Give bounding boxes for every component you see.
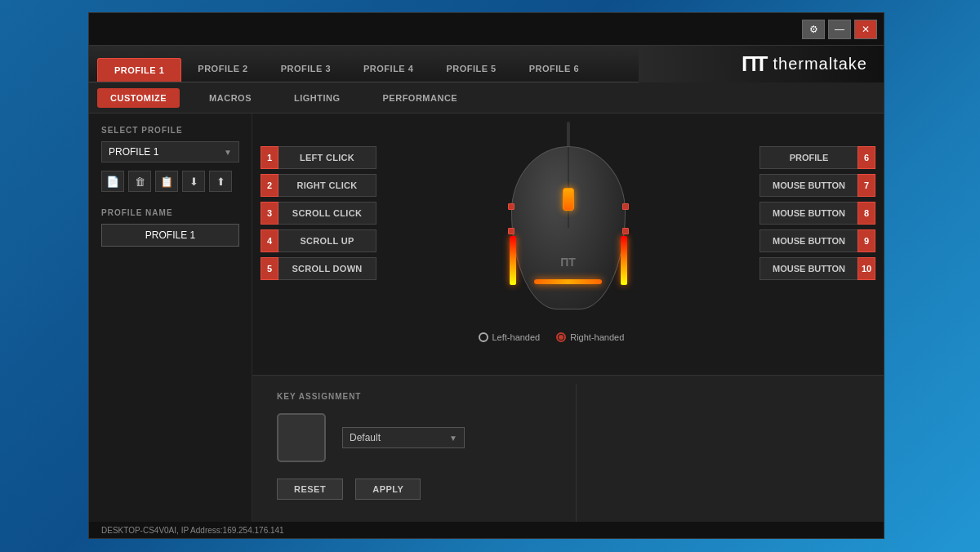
reset-button[interactable]: RESET — [277, 479, 343, 500]
sub-tab-lighting[interactable]: LIGHTING — [281, 88, 354, 108]
right-button-row-9: MOUSE BUTTON 9 — [760, 229, 875, 252]
side-dot-right-top — [622, 203, 629, 210]
bottom-buttons: RESET APPLY — [277, 479, 551, 500]
key-box — [277, 413, 326, 462]
button-number-2: 2 — [261, 174, 278, 197]
profile-name-input[interactable] — [101, 224, 239, 247]
sub-tab-macros[interactable]: MACROS — [196, 88, 265, 108]
status-text: DESKTOP-CS4V0AI, IP Address:169.254.176.… — [101, 526, 284, 535]
export-profile-btn[interactable]: ⬆ — [209, 171, 232, 192]
side-dot-left-top — [508, 203, 514, 210]
mouse-rgb-left — [510, 236, 516, 285]
assignment-dropdown[interactable]: Default ▼ — [342, 427, 465, 448]
profile-name-label: PROFILE NAME — [101, 208, 239, 217]
main-content: SELECT PROFILE PROFILE 1 ▼ 📄 🗑 📋 ⬇ ⬆ PRO… — [89, 114, 884, 538]
minimize-button[interactable]: — — [828, 20, 851, 39]
assignment-right-section: Default ▼ — [342, 427, 465, 448]
profile-tab-1[interactable]: PROFILE 1 — [97, 58, 181, 82]
profile-dropdown-value: PROFILE 1 — [109, 146, 158, 158]
brand-area: ПТ thermaltake — [639, 46, 884, 82]
right-button-row-7: MOUSE BUTTON 7 — [760, 174, 875, 197]
brand-icon: ПТ — [742, 51, 767, 77]
mouse-scroll — [563, 188, 574, 211]
profile-tab-5[interactable]: PROFILE 5 — [430, 57, 512, 82]
delete-profile-btn[interactable]: 🗑 — [128, 171, 151, 192]
left-handed-label: Left-handed — [492, 332, 541, 342]
assignment-content: Default ▼ — [277, 413, 551, 462]
right-button-number-7: 7 — [858, 174, 875, 197]
right-handed-radio[interactable]: Right-handed — [556, 332, 624, 342]
assignment-right — [577, 376, 884, 538]
dropdown-arrow-icon: ▼ — [224, 148, 232, 157]
assignment-left: KEY ASSIGNMENT Default ▼ RESET APPLY — [252, 376, 576, 538]
import-profile-btn[interactable]: ⬇ — [182, 171, 205, 192]
sub-tabs: CUSTOMIZE MACROS LIGHTING PERFORMANCE — [89, 82, 884, 114]
profile-dropdown[interactable]: PROFILE 1 ▼ — [101, 141, 239, 162]
sub-tab-performance[interactable]: PERFORMANCE — [370, 88, 471, 108]
right-buttons: PROFILE 6 MOUSE BUTTON 7 MOUSE BUTTON 8 … — [760, 146, 875, 334]
right-button-row-8: MOUSE BUTTON 8 — [760, 202, 875, 225]
button-row-2: 2 RIGHT CLICK — [261, 174, 376, 197]
select-profile-label: SELECT PROFILE — [101, 126, 239, 135]
left-buttons: 1 LEFT CLICK 2 RIGHT CLICK 3 SCROLL CLIC… — [261, 146, 376, 334]
close-button[interactable]: ✕ — [854, 20, 877, 39]
brand-logo: ПТ thermaltake — [742, 51, 867, 77]
right-handed-label: Right-handed — [570, 332, 624, 342]
left-panel: SELECT PROFILE PROFILE 1 ▼ 📄 🗑 📋 ⬇ ⬆ PRO… — [89, 114, 252, 538]
mouse-body: ПТ — [511, 146, 626, 309]
mouse-rgb-right — [621, 236, 627, 285]
button-number-3: 3 — [261, 202, 278, 225]
left-handed-circle — [479, 332, 488, 342]
right-button-label-6[interactable]: PROFILE — [760, 146, 858, 169]
new-profile-btn[interactable]: 📄 — [101, 171, 124, 192]
right-handed-circle — [556, 332, 566, 342]
button-label-5[interactable]: SCROLL DOWN — [278, 257, 376, 280]
button-row-3: 3 SCROLL CLICK — [261, 202, 376, 225]
button-label-2[interactable]: RIGHT CLICK — [278, 174, 376, 197]
right-button-number-9: 9 — [858, 229, 875, 252]
mouse-container: ПТ Left-handed — [487, 122, 650, 334]
button-number-5: 5 — [261, 257, 278, 280]
app-window: ⚙ — ✕ ПТ thermaltake PROFILE 1 PROFILE 2… — [88, 12, 884, 539]
settings-button[interactable]: ⚙ — [802, 20, 825, 39]
right-button-row-10: MOUSE BUTTON 10 — [760, 257, 875, 280]
button-row-1: 1 LEFT CLICK — [261, 146, 376, 169]
right-button-label-7[interactable]: MOUSE BUTTON — [760, 174, 858, 197]
right-button-number-10: 10 — [858, 257, 875, 280]
side-dot-left-mid — [508, 228, 514, 234]
assignment-dropdown-arrow-icon: ▼ — [449, 434, 457, 443]
sub-tab-customize[interactable]: CUSTOMIZE — [97, 88, 180, 108]
right-button-row-6: PROFILE 6 — [760, 146, 875, 169]
left-handed-radio[interactable]: Left-handed — [479, 332, 541, 342]
button-label-3[interactable]: SCROLL CLICK — [278, 202, 376, 225]
brand-name: thermaltake — [773, 55, 868, 73]
right-button-label-10[interactable]: MOUSE BUTTON — [760, 257, 858, 280]
copy-profile-btn[interactable]: 📋 — [155, 171, 178, 192]
profile-tab-3[interactable]: PROFILE 3 — [265, 57, 347, 82]
apply-button[interactable]: APPLY — [355, 479, 421, 500]
button-label-4[interactable]: SCROLL UP — [278, 229, 376, 252]
profile-tab-4[interactable]: PROFILE 4 — [347, 57, 430, 82]
profile-actions: 📄 🗑 📋 ⬇ ⬆ — [101, 171, 239, 192]
key-assignment-label: KEY ASSIGNMENT — [277, 392, 551, 401]
right-button-number-6: 6 — [858, 146, 875, 169]
profile-tab-6[interactable]: PROFILE 6 — [513, 57, 595, 82]
button-label-1[interactable]: LEFT CLICK — [278, 146, 376, 169]
right-button-number-8: 8 — [858, 202, 875, 225]
mouse-rgb-bottom — [534, 279, 602, 284]
title-bar: ⚙ — ✕ — [89, 13, 884, 46]
side-dot-right-mid — [622, 228, 629, 234]
buttons-area: 1 LEFT CLICK 2 RIGHT CLICK 3 SCROLL CLIC… — [252, 114, 884, 334]
assignment-dropdown-value: Default — [350, 432, 381, 443]
button-row-5: 5 SCROLL DOWN — [261, 257, 376, 280]
right-button-label-8[interactable]: MOUSE BUTTON — [760, 202, 858, 225]
right-button-label-9[interactable]: MOUSE BUTTON — [760, 229, 858, 252]
bottom-panel: KEY ASSIGNMENT Default ▼ RESET APPLY — [252, 375, 884, 538]
status-bar: DESKTOP-CS4V0AI, IP Address:169.254.176.… — [89, 522, 884, 538]
orientation-row: Left-handed Right-handed — [479, 332, 625, 342]
button-row-4: 4 SCROLL UP — [261, 229, 376, 252]
center-panel: 1 LEFT CLICK 2 RIGHT CLICK 3 SCROLL CLIC… — [252, 114, 884, 538]
profile-tab-2[interactable]: PROFILE 2 — [181, 57, 264, 82]
button-number-1: 1 — [261, 146, 278, 169]
mouse-logo: ПТ — [560, 256, 576, 269]
